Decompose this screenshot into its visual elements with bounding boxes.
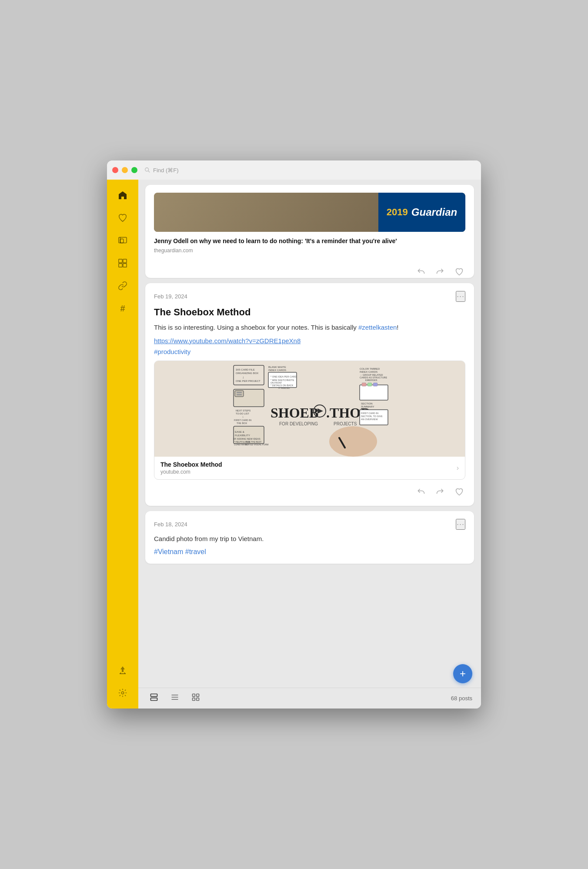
shoebox-sketch-svg: 3X5 CARD FILE ORGANIZING BOX ↓ ONE PER P… (154, 361, 465, 457)
like-button[interactable] (453, 266, 465, 278)
sidebar-item-chat[interactable] (112, 230, 133, 251)
svg-text:AN OVERVIEW: AN OVERVIEW (361, 418, 378, 421)
vietnam-header: Feb 18, 2024 ··· (154, 519, 465, 530)
shoebox-repost-button[interactable] (434, 486, 446, 498)
svg-text:EMERGES: EMERGES (365, 379, 378, 381)
vietnam-body: Candid photo from my trip to Vietnam. (154, 534, 465, 544)
repost-button[interactable] (434, 266, 446, 278)
sidebar-bottom (112, 660, 133, 703)
guardian-year: 2019 (387, 207, 408, 218)
svg-marker-42 (317, 408, 323, 414)
sidebar-item-links[interactable] (112, 275, 133, 296)
heart-icon (118, 213, 127, 223)
svg-text:FIRST CARD IN: FIRST CARD IN (361, 412, 378, 414)
svg-text:FIRST CARD IN: FIRST CARD IN (234, 419, 251, 421)
fab-button[interactable]: + (453, 664, 472, 683)
grid-view-icon (191, 693, 200, 702)
close-button[interactable] (112, 167, 118, 173)
shoebox-like-button[interactable] (453, 486, 465, 498)
sidebar-item-tags[interactable]: # (112, 298, 133, 319)
list-view-button[interactable] (168, 691, 182, 705)
svg-rect-54 (362, 383, 366, 386)
minimize-button[interactable] (122, 167, 128, 173)
reply-icon (417, 488, 425, 496)
svg-text:PROJECTS: PROJECTS (334, 421, 357, 426)
shoebox-link[interactable]: https://www.youtube.com/watch?v=zGDRE1pe… (154, 337, 465, 344)
search-bar[interactable]: Find (⌘F) (144, 167, 179, 174)
reply-button[interactable] (415, 266, 427, 278)
svg-rect-8 (123, 264, 127, 267)
travel-tag[interactable]: #travel (185, 548, 206, 555)
svg-text:IF NEEDED: IF NEEDED (278, 387, 290, 389)
svg-text:FLEXIBILITY: FLEXIBILITY (235, 434, 250, 437)
svg-text:NEXT STEPS: NEXT STEPS (236, 409, 251, 412)
shoebox-reply-button[interactable] (415, 486, 427, 498)
shoebox-productivity-tag[interactable]: #productivity (154, 348, 465, 355)
content-wrapper: 2019 Guardian Jenny Odell on why we need… (138, 180, 481, 709)
like-icon (455, 267, 464, 276)
publish-icon (117, 665, 128, 675)
svg-rect-71 (197, 698, 199, 701)
svg-text:INDEX CARDS: INDEX CARDS (268, 369, 286, 371)
svg-text:FOR DEVELOPING: FOR DEVELOPING (279, 421, 318, 426)
svg-rect-2 (119, 237, 127, 243)
sidebar-item-publish[interactable] (112, 660, 133, 681)
shoebox-zettelkasten-tag[interactable]: #zettelkasten (358, 324, 397, 331)
svg-rect-56 (373, 383, 378, 386)
svg-rect-16 (235, 391, 244, 397)
svg-rect-3 (120, 239, 124, 243)
maximize-button[interactable] (131, 167, 137, 173)
svg-text:SECTION, TO GIVE: SECTION, TO GIVE (361, 415, 383, 418)
sidebar-item-favorites[interactable] (112, 207, 133, 228)
svg-rect-6 (123, 259, 127, 263)
shoebox-body-text: This is so interesting. Using a shoebox … (154, 324, 358, 331)
svg-line-1 (148, 171, 150, 173)
list-view-icon (170, 693, 179, 702)
post-card-guardian: 2019 Guardian Jenny Odell on why we need… (145, 185, 474, 278)
svg-text:3X5 CARD FILE: 3X5 CARD FILE (236, 368, 255, 371)
shoebox-preview-domain: youtube.com (160, 469, 222, 475)
post-card-vietnam: Feb 18, 2024 ··· Candid photo from my tr… (145, 511, 474, 564)
svg-rect-53 (360, 385, 388, 400)
shoebox-body: This is so interesting. Using a shoebox … (154, 323, 465, 333)
like-icon (455, 488, 464, 496)
content-area[interactable]: 2019 Guardian Jenny Odell on why we need… (138, 180, 481, 688)
svg-text:SUMMARY: SUMMARY (361, 405, 374, 408)
post-count: 68 posts (451, 695, 472, 702)
sidebar-item-gallery[interactable] (112, 253, 133, 274)
shoebox-preview-text: The Shoebox Method youtube.com (160, 461, 222, 475)
search-placeholder: Find (⌘F) (153, 167, 179, 174)
card-view-icon (150, 693, 158, 702)
guardian-name: Guardian (411, 206, 457, 218)
svg-rect-64 (151, 698, 157, 701)
grid-view-button[interactable] (189, 691, 203, 705)
app-window: Find (⌘F) (107, 160, 481, 709)
svg-text:BLANK WHITE: BLANK WHITE (268, 366, 286, 368)
svg-rect-55 (368, 383, 372, 386)
gallery-icon (118, 258, 127, 268)
svg-point-9 (121, 692, 124, 694)
shoebox-preview-title: The Shoebox Method (160, 461, 222, 468)
vietnam-tag[interactable]: #Vietnam (154, 548, 183, 555)
svg-text:SUITED VISUAL FORM: SUITED VISUAL FORM (245, 443, 268, 446)
guardian-article-title: Jenny Odell on why we need to learn to d… (154, 237, 465, 246)
svg-rect-70 (193, 698, 195, 701)
vietnam-menu-button[interactable]: ··· (456, 519, 465, 530)
home-icon (117, 190, 128, 201)
svg-rect-18 (237, 394, 242, 395)
sidebar-item-settings[interactable] (112, 682, 133, 703)
svg-text:COLOR TABBED: COLOR TABBED (360, 368, 380, 370)
svg-point-46 (329, 426, 377, 457)
sidebar-item-home[interactable] (112, 185, 133, 206)
svg-rect-5 (119, 259, 122, 263)
shoebox-menu-button[interactable]: ··· (456, 291, 465, 302)
svg-text:EASE &: EASE & (235, 431, 244, 433)
search-icon (144, 167, 150, 173)
card-view-button[interactable] (147, 691, 161, 705)
repost-icon (436, 267, 444, 276)
guardian-badge: 2019 Guardian (378, 193, 465, 232)
shoebox-header: Feb 19, 2024 ··· (154, 291, 465, 302)
vietnam-date: Feb 18, 2024 (154, 521, 187, 528)
shoebox-preview-card[interactable]: 3X5 CARD FILE ORGANIZING BOX ↓ ONE PER P… (154, 361, 465, 480)
svg-rect-63 (151, 694, 157, 697)
